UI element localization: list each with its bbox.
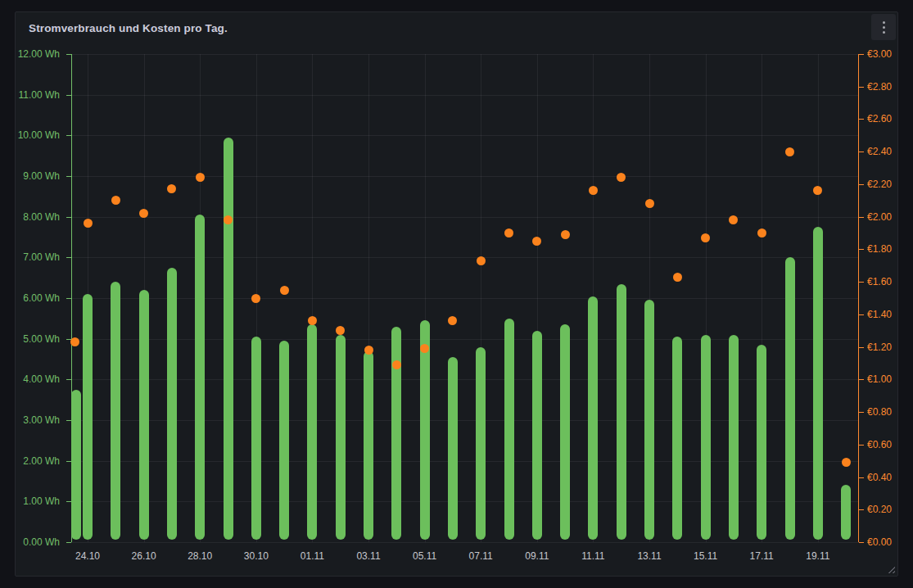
- bar-23.10[interactable]: [71, 390, 81, 540]
- y-axis-label-left: 12.00 Wh: [1, 48, 60, 60]
- bar-18.11[interactable]: [785, 257, 795, 540]
- bar-02.11[interactable]: [336, 335, 346, 540]
- bar-14.11[interactable]: [672, 337, 682, 540]
- bar-13.11[interactable]: [644, 300, 654, 540]
- bar-05.11[interactable]: [420, 320, 430, 540]
- bar-16.11[interactable]: [729, 335, 739, 540]
- y-axis-label-right: €2.40: [867, 146, 913, 157]
- point-12.11[interactable]: [617, 173, 626, 182]
- point-10.11[interactable]: [561, 230, 570, 239]
- y-axis-label-right: €1.00: [867, 373, 913, 385]
- x-axis-label: 11.11: [567, 550, 619, 562]
- bar-26.10[interactable]: [139, 290, 149, 540]
- point-23.10[interactable]: [70, 337, 79, 346]
- panel-resize-handle[interactable]: [888, 566, 895, 573]
- x-axis-label: 28.10: [174, 550, 226, 562]
- h-gridline: [71, 339, 859, 340]
- bar-20.11[interactable]: [841, 485, 851, 540]
- y-axis-label-left: 1.00 Wh: [1, 495, 60, 507]
- h-gridline: [71, 95, 859, 96]
- point-24.10[interactable]: [84, 219, 93, 228]
- bar-09.11[interactable]: [532, 331, 542, 540]
- bar-06.11[interactable]: [448, 357, 458, 540]
- x-axis-label: 03.11: [342, 550, 395, 562]
- bar-08.11[interactable]: [504, 319, 514, 540]
- y-axis-label-left: 5.00 Wh: [1, 333, 60, 345]
- y-axis-label-right: €1.20: [867, 341, 913, 353]
- right-axis-line: [858, 54, 859, 542]
- point-15.11[interactable]: [701, 233, 710, 242]
- y-axis-label-right: €0.40: [867, 472, 913, 483]
- point-30.10[interactable]: [251, 294, 260, 303]
- bar-31.10[interactable]: [279, 341, 289, 540]
- point-08.11[interactable]: [504, 228, 513, 237]
- panel-title[interactable]: Stromverbrauch und Kosten pro Tag.: [29, 22, 228, 34]
- bar-19.11[interactable]: [813, 227, 823, 540]
- panel-menu-button[interactable]: [871, 14, 896, 40]
- point-25.10[interactable]: [111, 196, 120, 205]
- right-axis-tick: [859, 509, 864, 510]
- x-axis-label: 09.11: [511, 550, 563, 562]
- y-axis-label-right: €0.80: [867, 406, 913, 418]
- h-gridline: [71, 135, 859, 136]
- bar-30.10[interactable]: [251, 337, 261, 540]
- point-06.11[interactable]: [448, 316, 457, 325]
- bar-01.11[interactable]: [307, 324, 317, 540]
- bar-24.10[interactable]: [83, 294, 93, 540]
- point-27.10[interactable]: [167, 184, 176, 193]
- h-gridline: [71, 379, 859, 380]
- h-gridline: [71, 217, 859, 218]
- bar-28.10[interactable]: [195, 215, 205, 540]
- point-13.11[interactable]: [645, 199, 654, 208]
- right-axis-tick: [859, 314, 864, 315]
- bar-03.11[interactable]: [364, 351, 373, 540]
- y-axis-label-right: €0.00: [867, 536, 913, 548]
- right-axis-tick: [859, 379, 864, 380]
- point-03.11[interactable]: [364, 346, 373, 355]
- right-axis-tick: [859, 249, 864, 250]
- h-gridline: [71, 501, 859, 502]
- bar-17.11[interactable]: [757, 345, 766, 540]
- point-02.11[interactable]: [336, 326, 345, 335]
- point-16.11[interactable]: [729, 215, 738, 224]
- point-09.11[interactable]: [532, 237, 541, 246]
- right-axis-tick: [859, 445, 864, 446]
- x-axis-label: 15.11: [680, 550, 732, 562]
- bar-27.10[interactable]: [167, 268, 177, 540]
- bar-10.11[interactable]: [560, 324, 570, 540]
- bar-11.11[interactable]: [588, 296, 598, 540]
- point-11.11[interactable]: [589, 186, 598, 195]
- point-20.11[interactable]: [842, 458, 851, 467]
- y-axis-label-right: €1.40: [867, 309, 913, 320]
- point-18.11[interactable]: [785, 147, 794, 156]
- point-14.11[interactable]: [673, 273, 682, 282]
- point-17.11[interactable]: [757, 228, 766, 237]
- y-axis-label-right: €0.20: [867, 504, 913, 515]
- x-axis-label: 13.11: [623, 550, 676, 562]
- right-axis-tick: [859, 184, 864, 185]
- right-axis-tick: [859, 87, 864, 88]
- x-axis-label: 30.10: [230, 550, 282, 562]
- bar-25.10[interactable]: [111, 282, 120, 540]
- bar-29.10[interactable]: [224, 138, 233, 540]
- point-01.11[interactable]: [308, 316, 317, 325]
- point-04.11[interactable]: [392, 360, 401, 369]
- y-axis-label-left: 8.00 Wh: [1, 211, 60, 223]
- bar-07.11[interactable]: [476, 347, 486, 540]
- point-31.10[interactable]: [280, 286, 289, 295]
- point-19.11[interactable]: [813, 186, 822, 195]
- point-28.10[interactable]: [196, 173, 205, 182]
- bar-04.11[interactable]: [391, 327, 401, 540]
- bar-12.11[interactable]: [617, 284, 626, 540]
- y-axis-label-left: 11.00 Wh: [1, 89, 60, 101]
- y-axis-label-left: 10.00 Wh: [1, 129, 60, 141]
- bar-15.11[interactable]: [701, 335, 711, 540]
- chart-plot-area[interactable]: 0.00 Wh1.00 Wh2.00 Wh3.00 Wh4.00 Wh5.00 …: [71, 54, 859, 542]
- x-axis-label: 19.11: [792, 550, 844, 562]
- point-07.11[interactable]: [477, 256, 486, 265]
- y-axis-label-right: €2.80: [867, 81, 913, 93]
- right-axis-tick: [859, 347, 864, 348]
- right-axis-tick: [859, 54, 864, 55]
- x-axis-label: 24.10: [61, 550, 114, 562]
- right-axis-tick: [859, 282, 864, 283]
